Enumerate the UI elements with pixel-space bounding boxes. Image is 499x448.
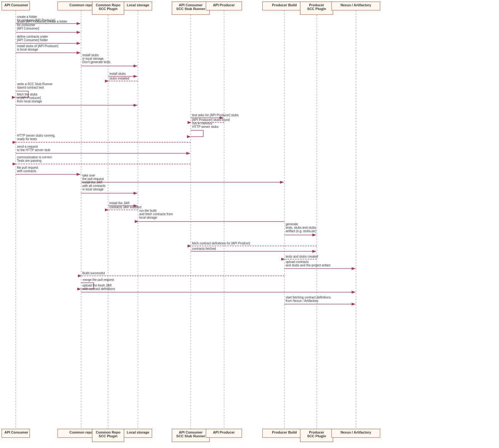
- actor-bottom-producer_build: Producer Build: [262, 429, 306, 438]
- actor-top-common_repo_scc: Common RepoSCC Plugin: [92, 2, 124, 15]
- actor-bottom-nexus: Nexus / Artifactory: [332, 429, 380, 438]
- message-label-11: run in memoryHTTP server stubs: [192, 122, 218, 128]
- message-label-10: [API Producer] stubs found: [192, 118, 230, 122]
- actor-bottom-api_consumer_scc: API ConsumerSCC Stub Runner: [172, 429, 210, 442]
- message-label-29: start fetching contract definitionsfrom …: [286, 296, 331, 303]
- message-label-20: run the buildand fetch contracts fromloc…: [139, 209, 173, 219]
- message-label-17: install the JARwith all contractsin loca…: [82, 181, 106, 191]
- arrows-svg: [0, 0, 499, 448]
- message-label-19: contracts JAR installed: [109, 205, 141, 209]
- actor-top-api_producer: API Producer: [206, 2, 242, 10]
- message-label-22: fetch contract definitions for [API Prod…: [192, 242, 250, 245]
- message-label-25: upload contractsand stubs and the projec…: [286, 260, 330, 267]
- message-label-26: Build successful: [82, 271, 105, 275]
- message-label-14: communication is correct.Tests are passi…: [17, 156, 52, 162]
- message-label-24: tests and stubs created: [286, 255, 318, 258]
- message-label-18: install the JAR: [109, 201, 129, 205]
- actor-bottom-producer_scc: ProducerSCC Plugin: [300, 429, 333, 442]
- message-label-21: generatetests, stubs and stubsartifact (…: [286, 222, 316, 233]
- message-label-2: define contracts under[API Consumer] fol…: [17, 35, 48, 42]
- message-label-5: install stubs: [109, 72, 126, 75]
- message-label-1: under [API Producer] create a folderfor …: [17, 20, 67, 30]
- diagram-container: API ConsumerAPI ConsumerCommon repoCommo…: [0, 0, 499, 448]
- actor-bottom-api_producer: API Producer: [206, 429, 242, 438]
- actor-top-api_consumer: API Consumer: [2, 2, 30, 10]
- message-label-15: file pull requestwith contracts: [17, 166, 38, 173]
- message-label-6: stubs installed: [109, 77, 129, 80]
- actor-top-producer_scc: ProducerSCC Plugin: [300, 2, 333, 15]
- actor-top-api_consumer_scc: API ConsumerSCC Stub Runner: [172, 2, 210, 15]
- message-label-13: send a requestto the HTTP server stub: [17, 145, 50, 152]
- actor-bottom-local_storage: Local storage: [124, 429, 152, 438]
- message-label-16: take overthe pull request: [82, 174, 104, 181]
- message-label-12: HTTP server stubs running,ready for test…: [17, 134, 55, 141]
- actor-top-local_storage: Local storage: [124, 2, 152, 10]
- message-label-9: test asks for [API Producer] stubs: [192, 113, 239, 117]
- actor-bottom-common_repo_scc: Common RepoSCC Plugin: [92, 429, 124, 442]
- message-label-3: install stubs of [API Producer]in local …: [17, 44, 58, 51]
- message-label-27: merge the pull request: [83, 278, 114, 281]
- actor-top-producer_build: Producer Build: [262, 2, 306, 10]
- message-label-7: write a SCC Stub Runnerbased contract te…: [17, 82, 52, 89]
- actor-top-nexus: Nexus / Artifactory: [332, 2, 380, 10]
- message-label-4: install stubsin local storage.Don't gene…: [82, 53, 111, 64]
- actor-bottom-api_consumer: API Consumer: [2, 429, 30, 438]
- message-label-8: fetch the stubsof [API Producer]from loc…: [17, 93, 42, 103]
- message-label-23: contracts fetched: [192, 247, 216, 250]
- message-label-28: upload the fresh JARwith contract defini…: [82, 284, 115, 291]
